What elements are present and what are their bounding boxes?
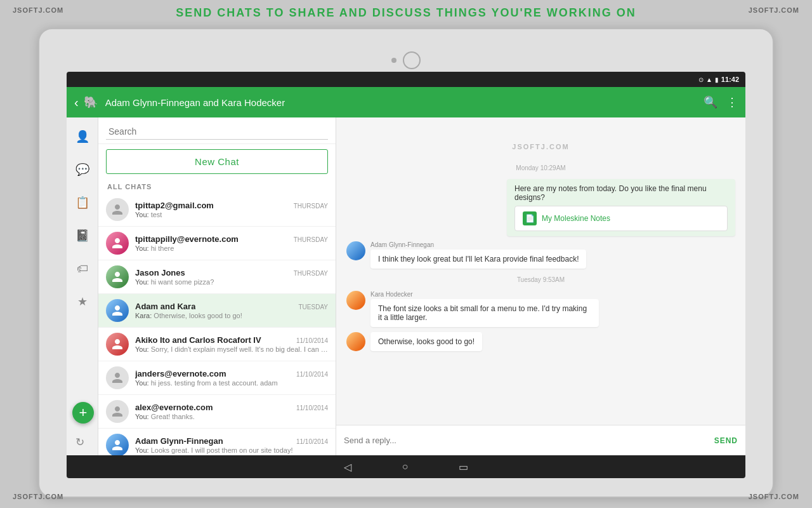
chat-time: THURSDAY — [294, 203, 328, 210]
message-bubble: The font size looks a bit small for a me… — [370, 299, 599, 327]
fab-new-button[interactable]: + — [72, 402, 94, 424]
message-row-incoming-1: Adam Glynn-Finnegan I think they look gr… — [346, 241, 735, 269]
list-item[interactable]: tpittappilly@evernote.com THURSDAY You: … — [98, 227, 336, 260]
back-icon[interactable]: ‹ — [74, 95, 79, 110]
send-button[interactable]: SEND — [714, 436, 738, 445]
avatar — [106, 333, 129, 356]
sidebar-item-chats[interactable]: 💬 — [72, 159, 93, 180]
message-bubble: Here are my notes from today. Do you lik… — [507, 179, 735, 236]
note-attachment[interactable]: 📄 My Moleskine Notes — [514, 206, 728, 231]
watermark-bottom-right: JSOFTJ.COM — [749, 493, 799, 500]
chat-preview: You: test — [135, 211, 328, 218]
header-title: Adam Glynn-Finnegan and Kara Hodecker — [105, 97, 704, 108]
watermark-top-right: JSOFTJ.COM — [749, 6, 799, 14]
avatar — [106, 400, 129, 423]
chat-preview: You: hi there — [135, 244, 328, 252]
chat-name: tpittappilly@evernote.com — [135, 234, 239, 244]
chat-time: TUESDAY — [299, 304, 329, 311]
chat-name: janders@evernote.com — [135, 369, 226, 378]
list-item[interactable]: alex@evernote.com 11/10/2014 You: Great!… — [98, 395, 336, 429]
new-chat-button[interactable]: New Chat — [106, 149, 328, 174]
sidebar-item-starred[interactable]: ★ — [72, 291, 93, 312]
message-bubble-outer: Here are my notes from today. Do you lik… — [507, 179, 735, 236]
sidebar-item-shortcuts[interactable]: 🏷 — [72, 258, 93, 279]
status-time: 11:42 — [721, 76, 739, 83]
list-item[interactable]: Adam and Kara TUESDAY Kara: Otherwise, l… — [98, 294, 336, 328]
chat-item-info: janders@evernote.com 11/10/2014 You: hi … — [135, 369, 328, 387]
list-item[interactable]: Adam Glynn-Finnegan 11/10/2014 You: Look… — [98, 429, 336, 455]
tablet-camera-dot — [391, 58, 396, 63]
timestamp-divider-1: Monday 10:29AM — [346, 164, 735, 171]
wifi-icon: ▲ — [706, 76, 712, 83]
chat-name: Akiko Ito and Carlos Rocafort IV — [135, 335, 261, 345]
message-sender-label: Adam Glynn-Finnegan — [370, 241, 586, 248]
home-nav-button[interactable]: ○ — [402, 461, 409, 472]
chat-time: THURSDAY — [294, 270, 328, 277]
reply-bar: SEND — [336, 425, 745, 455]
recents-nav-button[interactable]: ▭ — [459, 461, 468, 473]
message-bubble-outer: Kara Hodecker The font size looks a bit … — [370, 291, 599, 327]
chat-time: 11/10/2014 — [296, 404, 328, 411]
app-header: ‹ 🐘 Adam Glynn-Finnegan and Kara Hodecke… — [67, 87, 745, 117]
reply-input[interactable] — [344, 436, 714, 445]
bottom-watermarks: JSOFTJ.COM JSOFTJ.COM — [0, 490, 812, 503]
avatar — [106, 299, 129, 322]
message-bubble-2: Otherwise, looks good to go! — [370, 332, 482, 351]
kara-sender-label: Kara Hodecker — [370, 291, 599, 298]
tagline: SEND CHATS TO SHARE AND DISCUSS THINGS Y… — [0, 0, 812, 25]
chat-preview: You: Great! thanks. — [135, 413, 328, 420]
chat-name: Adam Glynn-Finnegan — [135, 436, 223, 446]
message-bubble: I think they look great but I'll let Kar… — [370, 250, 586, 269]
chat-time: 11/10/2014 — [296, 337, 328, 344]
note-attachment-label: My Moleskine Notes — [542, 214, 610, 223]
watermark-top-left: JSOFTJ.COM — [13, 6, 63, 14]
more-options-icon[interactable]: ⋮ — [726, 95, 738, 109]
chat-time: 11/10/2014 — [296, 438, 328, 445]
message-row-kara-2: Otherwise, looks good to go! — [346, 332, 735, 351]
tablet-home-indicator — [403, 51, 421, 69]
list-item[interactable]: tpittap2@gmail.com THURSDAY You: test — [98, 193, 336, 227]
all-chats-label: ALL CHATS — [98, 179, 336, 193]
avatar — [106, 232, 129, 255]
avatar — [106, 265, 129, 288]
sidebar-item-notebooks[interactable]: 📓 — [72, 225, 93, 246]
chat-watermark: JSOFTJ.COM — [346, 124, 735, 157]
chat-item-info: Jason Jones THURSDAY You: hi want some p… — [135, 268, 328, 286]
chat-time: THURSDAY — [294, 236, 328, 243]
chat-item-info: alex@evernote.com 11/10/2014 You: Great!… — [135, 403, 328, 420]
list-item[interactable]: Jason Jones THURSDAY You: hi want some p… — [98, 260, 336, 294]
chat-preview: You: Looks great. I will post them on ou… — [135, 446, 328, 454]
note-icon: 📄 — [523, 211, 537, 225]
chat-item-info: tpittappilly@evernote.com THURSDAY You: … — [135, 234, 328, 252]
timestamp-divider-2: Tuesday 9:53AM — [346, 276, 735, 283]
chat-item-info: Akiko Ito and Carlos Rocafort IV 11/10/2… — [135, 335, 328, 353]
avatar — [106, 434, 129, 455]
search-icon[interactable]: 🔍 — [704, 95, 717, 109]
search-input[interactable] — [106, 124, 328, 140]
sidebar-item-contacts[interactable]: 👤 — [72, 126, 93, 147]
sidebar-item-notes[interactable]: 📋 — [72, 192, 93, 213]
message-avatar-kara — [346, 291, 365, 310]
chat-preview: You: hi want some pizza? — [135, 278, 328, 286]
chat-name: Jason Jones — [135, 268, 185, 277]
search-bar — [98, 117, 336, 144]
chat-detail-panel: JSOFTJ.COM Monday 10:29AM Here are my no… — [336, 117, 745, 455]
chat-item-info: Adam and Kara TUESDAY Kara: Otherwise, l… — [135, 302, 328, 319]
app-body: 👤 💬 📋 📓 🏷 ★ + ↻ New Chat ALL CHATS — [67, 117, 745, 455]
back-nav-button[interactable]: ◁ — [344, 461, 351, 473]
watermark-bottom-left: JSOFTJ.COM — [13, 493, 63, 500]
status-bar: ⊙ ▲ ▮ 11:42 — [67, 72, 745, 87]
android-nav-bar: ◁ ○ ▭ — [67, 455, 745, 478]
android-screen: ⊙ ▲ ▮ 11:42 ‹ 🐘 Adam Glynn-Finnegan and … — [67, 72, 745, 478]
message-row-outgoing-1: Here are my notes from today. Do you lik… — [346, 179, 735, 236]
refresh-icon[interactable]: ↻ — [75, 436, 84, 449]
tablet-top-bar — [39, 48, 773, 72]
chat-messages: JSOFTJ.COM Monday 10:29AM Here are my no… — [336, 117, 745, 425]
message-avatar-kara-2 — [346, 332, 365, 351]
tablet-frame: ⊙ ▲ ▮ 11:42 ‹ 🐘 Adam Glynn-Finnegan and … — [38, 28, 774, 498]
chat-list: tpittap2@gmail.com THURSDAY You: test — [98, 193, 336, 455]
list-item[interactable]: janders@evernote.com 11/10/2014 You: hi … — [98, 361, 336, 395]
message-bubble-outer-2: Otherwise, looks good to go! — [370, 332, 482, 351]
list-item[interactable]: Akiko Ito and Carlos Rocafort IV 11/10/2… — [98, 328, 336, 361]
chat-name: Adam and Kara — [135, 302, 195, 311]
